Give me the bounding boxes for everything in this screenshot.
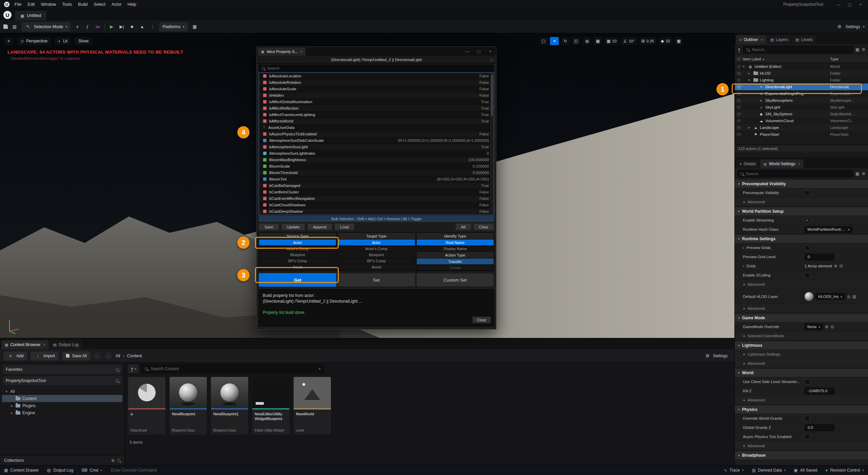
section-world[interactable]: ▾World xyxy=(735,368,868,377)
checkbox[interactable] xyxy=(805,190,810,195)
property-bhidden[interactable]: bHiddenFalse xyxy=(259,92,494,99)
property-search-input[interactable]: Search xyxy=(259,65,494,72)
menu-tools[interactable]: Tools xyxy=(59,0,75,9)
section-game-mode[interactable]: ▾Game Mode xyxy=(735,313,868,322)
minimize-button[interactable] xyxy=(833,0,844,9)
source-type-option-blueprint[interactable]: Blueprint xyxy=(259,252,336,258)
output-log-button[interactable]: ▤Output Log xyxy=(43,466,77,475)
content-browser-settings[interactable]: Settings xyxy=(704,352,731,360)
chevron-right-icon[interactable]: ▸ xyxy=(748,72,752,75)
visibility-toggle[interactable] xyxy=(735,65,743,68)
property-baffectreflection[interactable]: bAffectReflectionTrue xyxy=(259,105,494,112)
tab-untitled[interactable]: Untitled xyxy=(15,11,46,20)
close-tab-icon[interactable]: × xyxy=(798,162,800,166)
property-babsolutelocation[interactable]: bAbsoluteLocationFalse xyxy=(259,73,494,79)
value-input[interactable]: -1048575.0 xyxy=(805,388,834,394)
search-icon[interactable] xyxy=(116,379,119,382)
property-row-enable-zculling[interactable]: Enable ZCulling xyxy=(735,271,868,280)
perspective-dropdown[interactable]: Perspective xyxy=(17,37,52,45)
checkbox[interactable] xyxy=(805,379,810,384)
camera-speed-button[interactable]: ◆32 xyxy=(658,37,673,45)
checkbox[interactable] xyxy=(805,416,810,421)
outliner-settings-icon[interactable] xyxy=(862,47,865,52)
breadcrumb-all[interactable]: All xyxy=(116,354,120,358)
visibility-toggle[interactable] xyxy=(735,113,743,116)
unreal-logo-icon[interactable] xyxy=(3,11,12,19)
target-type-option-bp-s-comp[interactable]: BP's Comp xyxy=(338,258,415,264)
property-row-grids[interactable]: ▸Grids1 Array element xyxy=(735,262,868,271)
expander-advanced[interactable]: ▸Advanced xyxy=(735,396,868,405)
play-options-icon[interactable] xyxy=(149,22,156,31)
section-precomputed-visibility[interactable]: ▾Precomputed Visibility xyxy=(735,179,868,188)
update-button[interactable]: Update xyxy=(281,223,305,230)
maximize-button[interactable] xyxy=(844,0,855,9)
expander-lightmass-settings[interactable]: ▸Lightmass Settings xyxy=(735,350,868,359)
checkbox[interactable]: ✓ xyxy=(805,218,810,223)
visibility-toggle[interactable] xyxy=(735,99,743,102)
section-runtime-settings[interactable]: ▾Runtime Settings xyxy=(735,234,868,243)
property-row-enable-streaming[interactable]: Enable Streaming✓ xyxy=(735,216,868,225)
property-row-preview-grids[interactable]: ▸Preview Grids xyxy=(735,243,868,252)
property-row-override-world-gravity[interactable]: Override World Gravity xyxy=(735,414,868,423)
tree-item-content[interactable]: Content xyxy=(2,395,122,402)
editor-modes-icon[interactable] xyxy=(11,22,18,31)
scrollbar-track[interactable] xyxy=(490,73,493,214)
forward-button[interactable] xyxy=(105,352,112,360)
play-button[interactable] xyxy=(108,22,115,31)
identify-type-option-create[interactable]: Create xyxy=(417,265,494,271)
maximize-button[interactable] xyxy=(473,47,485,55)
settings-dropdown[interactable]: Settings xyxy=(846,24,860,29)
expander-advanced[interactable]: ▸Advanced xyxy=(735,359,868,368)
set-button[interactable]: Set xyxy=(337,273,415,287)
selection-mode-dropdown[interactable]: Selection Mode xyxy=(21,22,71,32)
filter-button[interactable] xyxy=(128,364,138,373)
add-button[interactable]: Add xyxy=(3,352,27,360)
add-icon[interactable] xyxy=(825,324,828,329)
property-bcastdeepshadow[interactable]: bCastDeepShadowFalse xyxy=(259,208,494,215)
outliner-row-volumetriccloud[interactable]: ☁VolumetricCloudVolumetricCl... xyxy=(735,117,868,124)
outliner-row-skyatmosphere[interactable]: ◐SkyAtmosphereSkyAtmosph... xyxy=(735,97,868,104)
close-tab-icon[interactable]: × xyxy=(43,343,45,347)
chevron-down-icon[interactable]: ▾ xyxy=(743,65,746,68)
outliner-tab-layers[interactable]: ▤Layers xyxy=(767,35,791,44)
visibility-toggle[interactable] xyxy=(735,126,743,129)
details-tab-world-settings[interactable]: ◍World Settings× xyxy=(760,159,804,168)
property-row-precompute-visibility[interactable]: Precompute Visibility xyxy=(735,188,868,197)
source-type-option-actor-s-comp[interactable]: Actor's Comp xyxy=(259,246,336,252)
asset-newblueprint1[interactable]: NewBlueprint1Blueprint Class xyxy=(211,377,248,435)
saved-searches-chevron-icon[interactable] xyxy=(319,367,320,370)
select-clear-button[interactable]: Clear xyxy=(473,223,494,230)
property-row-preview-grid-level[interactable]: Preview Grid Level0 xyxy=(735,252,868,262)
asset-a[interactable]: aData Asset xyxy=(128,377,165,435)
dropdown[interactable]: None xyxy=(805,324,823,330)
chevron-right-icon[interactable]: ▸ xyxy=(10,404,14,407)
property-bcanbeincluster[interactable]: bCanBeInClusterFalse xyxy=(259,189,494,195)
outliner-tab-outliner[interactable]: ≡Outliner× xyxy=(736,35,766,44)
scale-snap-button[interactable]: ⊞0.25 xyxy=(639,37,657,45)
minimize-button[interactable] xyxy=(461,47,473,55)
scale-tool-button[interactable]: ◰ xyxy=(571,37,581,45)
identify-type-option-real-name[interactable]: Real Name xyxy=(417,240,494,246)
property-bcastcloudshadows[interactable]: bCastCloudShadowsFalse xyxy=(259,202,494,208)
outliner-search-input[interactable]: Search... xyxy=(743,46,853,53)
expander-selected-gamemode[interactable]: ▸Selected GameMode xyxy=(735,331,868,341)
viewport-options-button[interactable] xyxy=(3,37,14,45)
revision-control-button[interactable]: ●Revision Control▾ xyxy=(821,466,868,475)
property-row-use-client-side-level-streamin[interactable]: Use Client Side Level Streamin... xyxy=(735,377,868,386)
cb-tab-output-log[interactable]: ▤Output Log xyxy=(50,340,82,349)
property-baffecttranslucentlighting[interactable]: bAffectTranslucentLightingTrue xyxy=(259,112,494,118)
close-button[interactable] xyxy=(485,47,496,55)
chevron-down-icon[interactable]: ▾ xyxy=(5,390,8,393)
rotate-tool-button[interactable]: ↻ xyxy=(560,37,570,45)
property-row-global-gravity-z[interactable]: Global Gravity Z0.0 xyxy=(735,423,868,432)
save-all-button[interactable]: Save All xyxy=(62,352,90,360)
chevron-right-icon[interactable]: ▸ xyxy=(748,126,752,129)
unreal-logo-icon[interactable] xyxy=(4,2,9,7)
back-button[interactable] xyxy=(94,352,101,360)
content-drawer-button[interactable]: ▦Content Drawer xyxy=(0,466,43,475)
property-row-kill-z[interactable]: Kill Z-1048575.0 xyxy=(735,386,868,396)
menu-help[interactable]: Help xyxy=(124,0,139,9)
identify-type-option-transfer[interactable]: Transfer xyxy=(417,259,494,265)
view-mode-dropdown[interactable]: Lit xyxy=(54,37,72,45)
search-icon[interactable] xyxy=(116,368,119,371)
